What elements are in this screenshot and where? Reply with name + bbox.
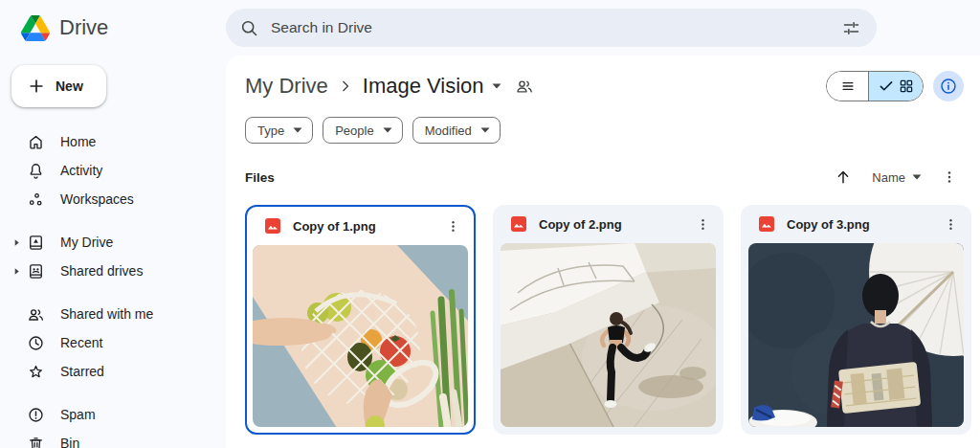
search-options-icon[interactable]: [841, 18, 861, 38]
more-options-icon[interactable]: [941, 168, 958, 186]
layout-toggle: [826, 71, 924, 101]
clock-icon: [27, 334, 45, 352]
sidebar-item-label: Bin: [60, 436, 79, 448]
top-bar: Drive Search in Drive: [0, 0, 980, 56]
sidebar-item-shared-drives[interactable]: Shared drives: [0, 257, 226, 285]
sidebar-item-label: Shared drives: [60, 263, 143, 279]
breadcrumb-current: Image Vision: [363, 74, 484, 99]
filter-modified-chip[interactable]: Modified: [412, 117, 501, 144]
file-thumbnail[interactable]: [748, 243, 964, 427]
file-name: Copy of 3.png: [787, 217, 924, 232]
file-more-options-button[interactable]: [439, 213, 466, 239]
file-card-copy-of-2[interactable]: Copy of 2.png: [493, 205, 724, 435]
details-button[interactable]: [933, 71, 964, 101]
file-thumbnail[interactable]: [253, 245, 468, 427]
file-card-header: Copy of 1.png: [247, 207, 474, 245]
chevron-down-icon: [480, 127, 490, 133]
star-icon: [27, 363, 45, 381]
sidebar-item-shared-with-me[interactable]: Shared with me: [0, 300, 226, 328]
nav-group-gap: [0, 213, 226, 228]
chevron-down-icon: [383, 127, 392, 133]
people-icon: [27, 305, 45, 324]
shared-drives-icon: [27, 262, 45, 280]
app-title: Drive: [59, 15, 108, 40]
sidebar-item-label: Workspaces: [60, 191, 134, 207]
file-grid: Copy of 1.png: [245, 205, 971, 435]
search-icon[interactable]: [239, 18, 259, 38]
home-icon: [27, 133, 45, 151]
drive-brand: Drive: [0, 15, 226, 41]
search-bar[interactable]: Search in Drive: [226, 9, 877, 47]
sidebar-item-recent[interactable]: Recent: [0, 328, 226, 357]
thumbnail-art-runner: [501, 243, 716, 427]
file-more-options-button[interactable]: [689, 211, 716, 237]
sidebar-item-bin[interactable]: Bin: [0, 429, 226, 448]
bin-icon: [27, 435, 45, 448]
bell-icon: [27, 162, 45, 180]
file-card-copy-of-1[interactable]: Copy of 1.png: [245, 205, 476, 435]
breadcrumb: My Drive Image Vision: [245, 74, 534, 99]
sort-by-label: Name: [872, 170, 905, 185]
plus-icon: [27, 77, 46, 96]
new-button-label: New: [56, 78, 83, 94]
chip-label: Modified: [425, 123, 472, 138]
chip-label: Type: [257, 123, 284, 138]
files-section-title: Files: [245, 170, 275, 185]
sidebar-item-label: Starred: [60, 364, 104, 379]
sidebar-item-label: Shared with me: [60, 306, 153, 322]
expand-arrow-icon[interactable]: [12, 267, 21, 276]
grid-view-icon: [898, 78, 915, 95]
sidebar-item-label: My Drive: [60, 235, 113, 250]
sidebar-item-label: Home: [60, 134, 96, 149]
file-more-options-button[interactable]: [937, 211, 964, 237]
sidebar-item-label: Spam: [60, 407, 96, 422]
file-card-header: Copy of 2.png: [493, 205, 724, 243]
sidebar-item-home[interactable]: Home: [0, 127, 226, 156]
more-options-icon: [445, 218, 461, 235]
breadcrumb-parent[interactable]: My Drive: [245, 74, 328, 99]
list-view-button[interactable]: [827, 72, 869, 101]
file-card-copy-of-3[interactable]: Copy of 3.png: [741, 205, 971, 435]
sort-controls: Name: [834, 168, 971, 187]
filter-chips: Type People Modified: [245, 117, 971, 144]
file-name: Copy of 1.png: [293, 219, 427, 234]
list-view-icon: [839, 78, 857, 95]
image-file-icon: [265, 218, 280, 234]
main-content: My Drive Image Vision: [226, 56, 980, 448]
spam-icon: [27, 406, 45, 424]
sidebar-item-label: Activity: [60, 163, 102, 178]
sidebar-item-my-drive[interactable]: My Drive: [0, 228, 226, 257]
sidebar: New Home Activity Workspaces My Drive Sh…: [0, 56, 226, 448]
filter-type-chip[interactable]: Type: [245, 117, 313, 144]
folder-header: My Drive Image Vision: [245, 69, 971, 103]
sort-direction-arrow-up-icon[interactable]: [834, 168, 853, 187]
new-button[interactable]: New: [11, 65, 106, 107]
more-options-icon: [943, 216, 959, 233]
sidebar-item-workspaces[interactable]: Workspaces: [0, 185, 226, 213]
search-input[interactable]: Search in Drive: [271, 19, 830, 36]
grid-view-button-selected[interactable]: [869, 72, 923, 101]
sidebar-item-label: Recent: [60, 335, 102, 350]
breadcrumb-current-menu[interactable]: Image Vision: [363, 74, 501, 99]
more-options-icon: [695, 216, 711, 233]
chevron-down-icon: [492, 83, 501, 89]
chip-label: People: [335, 123, 373, 138]
sidebar-item-starred[interactable]: Starred: [0, 357, 226, 386]
filter-people-chip[interactable]: People: [323, 117, 402, 144]
info-icon: [939, 77, 958, 96]
my-drive-icon: [27, 234, 45, 252]
sidebar-item-spam[interactable]: Spam: [0, 400, 226, 429]
sidebar-item-activity[interactable]: Activity: [0, 156, 226, 185]
sidebar-nav: Home Activity Workspaces My Drive Shared…: [0, 127, 226, 448]
thumbnail-art-kimono: [748, 243, 964, 427]
workspaces-icon: [27, 190, 45, 209]
file-card-header: Copy of 3.png: [741, 205, 971, 243]
folder-shared-icon[interactable]: [515, 77, 534, 96]
chevron-down-icon: [293, 127, 302, 133]
file-thumbnail[interactable]: [501, 243, 716, 427]
sort-by-button[interactable]: Name: [872, 170, 922, 185]
nav-group-gap: [0, 285, 226, 300]
expand-arrow-icon[interactable]: [12, 238, 21, 247]
files-section-header: Files Name: [245, 165, 971, 190]
view-controls: [826, 71, 971, 101]
